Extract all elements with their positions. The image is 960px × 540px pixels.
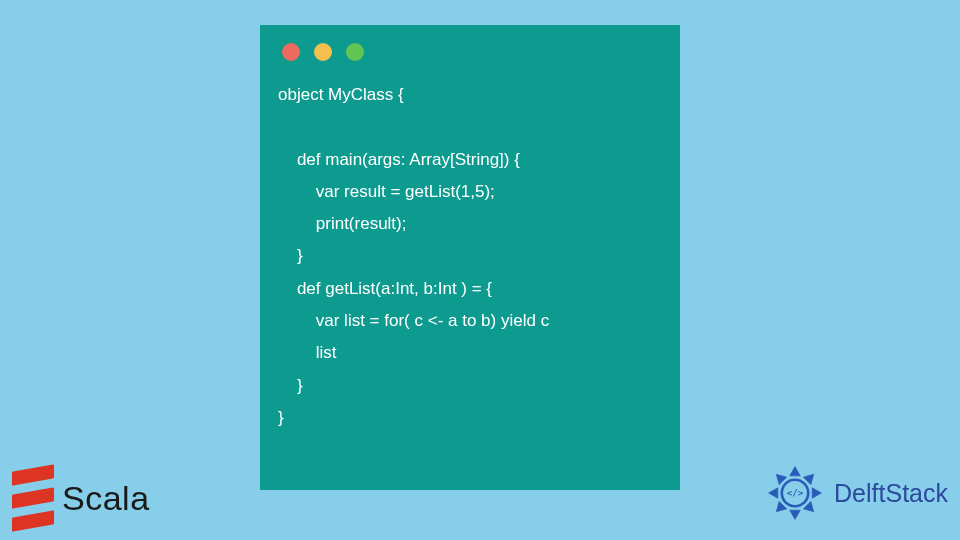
code-block: object MyClass { def main(args: Array[St… [278, 79, 662, 434]
svg-marker-6 [769, 488, 778, 499]
svg-marker-5 [773, 501, 787, 515]
svg-marker-3 [803, 501, 817, 515]
svg-marker-2 [812, 488, 821, 499]
svg-marker-7 [773, 471, 787, 485]
delftstack-logo: </> DelftStack [762, 460, 948, 526]
scala-icon [12, 468, 54, 528]
code-window: object MyClass { def main(args: Array[St… [260, 25, 680, 490]
svg-marker-1 [803, 471, 817, 485]
svg-marker-4 [790, 510, 801, 519]
svg-text:</>: </> [787, 487, 804, 498]
delftstack-logo-text: DelftStack [834, 479, 948, 508]
minimize-icon[interactable] [314, 43, 332, 61]
scala-logo: Scala [12, 468, 150, 528]
close-icon[interactable] [282, 43, 300, 61]
scala-logo-text: Scala [62, 479, 150, 518]
maximize-icon[interactable] [346, 43, 364, 61]
svg-marker-0 [790, 467, 801, 476]
delftstack-icon: </> [762, 460, 828, 526]
window-controls [278, 43, 662, 61]
